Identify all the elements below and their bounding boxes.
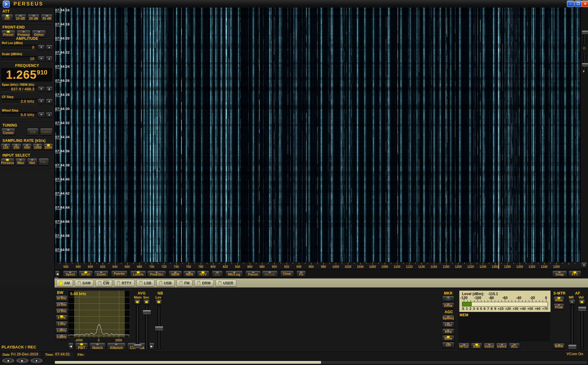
- nr-led-button[interactable]: [569, 299, 575, 305]
- playback-progress-thumb[interactable]: [55, 361, 321, 364]
- filter-spectrum-canvas[interactable]: [68, 291, 130, 337]
- cf-step-up-icon[interactable]: ▲: [46, 99, 53, 104]
- 250-button[interactable]: 250: [11, 143, 21, 150]
- waterfall-brightness-slider[interactable]: [583, 29, 586, 45]
- main-led-button[interactable]: [134, 299, 141, 305]
- ref-lev-down-icon[interactable]: ▼: [38, 45, 45, 50]
- 1-6khz-button[interactable]: 1.6kHz: [55, 328, 68, 333]
- ref-lev-up-icon[interactable]: ▲: [46, 45, 53, 50]
- fast-button[interactable]: Fast: [442, 322, 454, 328]
- clear-button[interactable]: Clear: [280, 271, 294, 277]
- close-button[interactable]: ✕: [582, 1, 588, 7]
- labels-button[interactable]: Labels: [130, 271, 146, 277]
- lev-slider[interactable]: [157, 306, 161, 350]
- am-mode-button[interactable]: AM: [56, 280, 73, 287]
- brightness-handle[interactable]: [582, 30, 588, 34]
- playback-progress-track[interactable]: [55, 361, 587, 364]
- palette-button[interactable]: Palette: [111, 271, 128, 277]
- 500-button[interactable]: 500: [22, 143, 32, 150]
- clr-button[interactable]: Clr: [442, 296, 454, 302]
- 30-db-button[interactable]: 30 dB: [41, 14, 53, 21]
- fft-button[interactable]: FFT: [568, 271, 581, 277]
- nbw-button[interactable]: NBW: [169, 271, 182, 277]
- vol-led-button[interactable]: [578, 299, 585, 305]
- spect-button[interactable]: Spect: [63, 271, 78, 277]
- 20-db-button[interactable]: 20 dB: [28, 14, 40, 21]
- perseus-button[interactable]: Perseus: [1, 158, 14, 165]
- center-button[interactable]: Center: [1, 128, 15, 135]
- stop-button[interactable]: ■: [2, 358, 15, 363]
- snap-button[interactable]: Snap: [552, 271, 567, 277]
- frequency-display[interactable]: 1.265910: [1, 68, 52, 82]
- spkrej-button[interactable]: SpkRej: [442, 315, 454, 321]
- sec-slider[interactable]: [145, 306, 148, 350]
- afc-button[interactable]: Afc: [212, 271, 223, 277]
- med-button[interactable]: Med: [442, 329, 454, 334]
- 12-khz-button[interactable]: 12 kHz: [55, 308, 68, 314]
- wfall-button[interactable]: WFall: [78, 271, 93, 277]
- mhold-button[interactable]: MHold: [262, 271, 278, 277]
- 1000-button[interactable]: 1000: [32, 143, 43, 150]
- nbn-button[interactable]: NBN: [183, 271, 196, 277]
- peaksrc-button[interactable]: PeakSrc: [147, 271, 166, 277]
- record-button[interactable]: ●: [30, 358, 43, 363]
- scale-scroll-down-icon[interactable]: ▼: [581, 262, 587, 268]
- calclr-button[interactable]: CalClr: [40, 128, 53, 135]
- slow-button[interactable]: Slow: [442, 335, 454, 341]
- wheel-step-field[interactable]: 5.0 kHz: [1, 112, 37, 117]
- 125-button[interactable]: 125: [1, 143, 11, 150]
- sec-led-button[interactable]: [143, 299, 150, 305]
- wheel-step-down-icon[interactable]: ▼: [38, 112, 45, 117]
- slider-handle[interactable]: [143, 310, 151, 314]
- 25-khz-button[interactable]: 25 kHz: [55, 302, 68, 308]
- 50-khz-button[interactable]: 50 kHz: [55, 295, 68, 301]
- 2000-button[interactable]: 2000: [43, 143, 53, 150]
- cw-mode-button[interactable]: CW: [95, 280, 112, 287]
- nr-slider[interactable]: [571, 305, 574, 350]
- peak-button[interactable]: Peak: [553, 303, 564, 310]
- file-button[interactable]: File..: [38, 158, 49, 165]
- span-field[interactable]: 837.9 / 488.3: [1, 86, 37, 92]
- toolbar-scroll-left-icon[interactable]: ◀: [55, 271, 60, 277]
- cal-button[interactable]: Cal: [27, 128, 39, 135]
- usb-mode-button[interactable]: USB: [156, 280, 175, 287]
- vol-slider[interactable]: [580, 305, 584, 350]
- fm-mode-button[interactable]: FM: [177, 280, 193, 287]
- ref-lev-field[interactable]: 0: [1, 45, 37, 50]
- delta-button[interactable]: Delta: [442, 302, 454, 308]
- zoom-button[interactable]: Zoom: [94, 271, 109, 277]
- minimize-button[interactable]: –: [567, 1, 574, 7]
- 10-db-button[interactable]: 10 dB: [14, 14, 26, 21]
- slider-handle[interactable]: [155, 326, 163, 331]
- off-button[interactable]: Off: [1, 14, 13, 21]
- wheel-step-up-icon[interactable]: ▲: [46, 112, 53, 117]
- waterfall-display[interactable]: 07:44:1607:44:1807:44:2007:44:2207:44:24…: [55, 8, 580, 262]
- drm-mode-button[interactable]: DRM: [194, 280, 213, 287]
- user-mode-button[interactable]: USER: [216, 280, 236, 287]
- cf-step-down-icon[interactable]: ▼: [38, 99, 45, 104]
- nbv-button[interactable]: NBV: [197, 271, 209, 277]
- rms-button[interactable]: Rms: [553, 296, 564, 303]
- lev-led-button[interactable]: [155, 299, 162, 305]
- filter-display[interactable]: 5.00 kHz: [68, 291, 130, 337]
- span-down-icon[interactable]: ▼: [38, 86, 45, 92]
- sam-mode-button[interactable]: SAM: [75, 280, 94, 287]
- pause-button[interactable]: Pause: [245, 271, 261, 277]
- main-slider[interactable]: [136, 306, 139, 350]
- mkrlog-button[interactable]: MkrLog: [225, 271, 243, 277]
- wav-button[interactable]: Wav: [15, 158, 26, 165]
- rtty-mode-button[interactable]: RTTY: [114, 280, 134, 287]
- lsb-mode-button[interactable]: LSB: [136, 280, 155, 287]
- cf-step-field[interactable]: 2.0 kHz: [1, 99, 37, 104]
- contrast-handle[interactable]: [582, 63, 588, 67]
- 3-khz-button[interactable]: 3 kHz: [55, 321, 68, 327]
- scale-down-icon[interactable]: ▼: [38, 56, 45, 61]
- play-button[interactable]: ▶: [16, 358, 29, 363]
- net-button[interactable]: Net: [27, 158, 38, 165]
- scale-up-icon[interactable]: ▲: [46, 56, 53, 61]
- slider-handle[interactable]: [578, 306, 586, 311]
- fn-button[interactable]: Fn: [296, 271, 306, 277]
- 6-khz-button[interactable]: 6 kHz: [55, 315, 68, 321]
- 0-8khz-button[interactable]: 0.8kHz: [55, 334, 68, 340]
- maximize-button[interactable]: ❐: [575, 1, 582, 7]
